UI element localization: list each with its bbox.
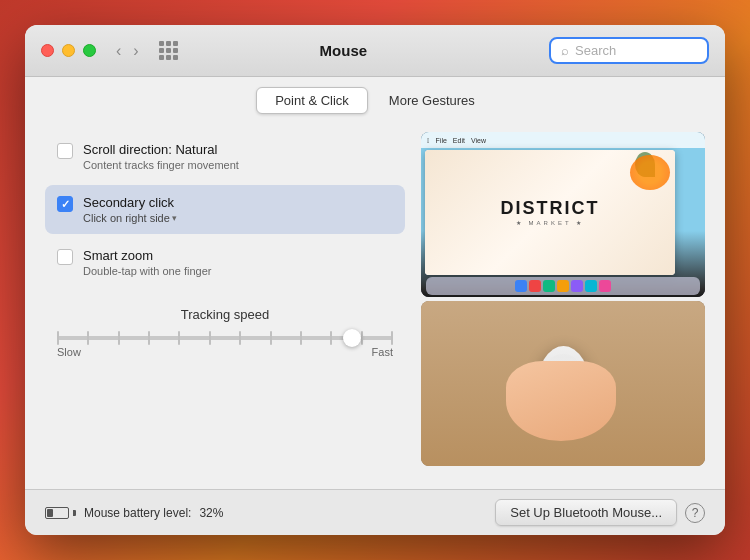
battery-fill <box>47 509 53 517</box>
right-panel:  File Edit View <box>421 132 705 479</box>
back-button[interactable]: ‹ <box>112 40 125 62</box>
battery-label: Mouse battery level: <box>84 506 191 520</box>
slider-tick <box>300 331 302 345</box>
tab-point-click[interactable]: Point & Click <box>256 87 368 114</box>
preview-mac-screenshot:  File Edit View <box>421 132 705 297</box>
slider-tick <box>361 331 363 345</box>
slider-fast-label: Fast <box>372 346 393 358</box>
preview-mouse-photo <box>421 301 705 466</box>
district-title: DISTRICT <box>501 199 600 219</box>
setup-bluetooth-button[interactable]: Set Up Bluetooth Mouse... <box>495 499 677 526</box>
tab-bar: Point & Click More Gestures <box>25 77 725 122</box>
slider-tick <box>330 331 332 345</box>
dock-icon-app3 <box>557 280 569 292</box>
smart-zoom-title: Smart zoom <box>83 248 211 263</box>
mouse-body <box>536 346 591 421</box>
chevron-down-icon: ▾ <box>172 213 177 223</box>
smart-zoom-checkbox[interactable] <box>57 249 73 265</box>
hand <box>506 361 616 441</box>
dock-icon-app2 <box>543 280 555 292</box>
slider-tick <box>87 331 89 345</box>
maximize-button[interactable] <box>83 44 96 57</box>
slider-tick <box>178 331 180 345</box>
help-button[interactable]: ? <box>685 503 705 523</box>
scroll-direction-title: Scroll direction: Natural <box>83 142 239 157</box>
close-button[interactable] <box>41 44 54 57</box>
tab-more-gestures[interactable]: More Gestures <box>370 87 494 114</box>
smart-zoom-subtitle: Double-tap with one finger <box>83 265 211 277</box>
tracking-section: Tracking speed <box>45 307 405 358</box>
scroll-direction-checkbox[interactable] <box>57 143 73 159</box>
slider-tick <box>239 331 241 345</box>
content-area: Scroll direction: Natural Content tracks… <box>25 122 725 489</box>
tracking-label: Tracking speed <box>57 307 393 322</box>
dock-icon-app <box>529 280 541 292</box>
scroll-direction-item: Scroll direction: Natural Content tracks… <box>45 132 405 181</box>
titlebar: ‹ › Mouse ⌕ <box>25 25 725 77</box>
slider-tick <box>57 331 59 345</box>
slider-tick <box>391 331 393 345</box>
scroll-direction-text: Scroll direction: Natural Content tracks… <box>83 142 239 171</box>
slider-tick <box>148 331 150 345</box>
tracking-slider-thumb[interactable] <box>343 329 361 347</box>
dock-icon-app5 <box>585 280 597 292</box>
scroll-direction-subtitle: Content tracks finger movement <box>83 159 239 171</box>
dock-icon-app4 <box>571 280 583 292</box>
battery-tip <box>73 510 76 516</box>
traffic-lights <box>41 44 96 57</box>
smart-zoom-text: Smart zoom Double-tap with one finger <box>83 248 211 277</box>
minimize-button[interactable] <box>62 44 75 57</box>
district-bg: DISTRICT ★ MARKET ★ <box>425 150 675 275</box>
tracking-slider-track <box>57 336 393 340</box>
slider-labels: Slow Fast <box>57 346 393 358</box>
slider-tick <box>209 331 211 345</box>
search-icon: ⌕ <box>561 43 569 58</box>
secondary-click-item: Secondary click Click on right side ▾ <box>45 185 405 234</box>
battery-percent: 32% <box>199 506 223 520</box>
secondary-click-subtitle[interactable]: Click on right side ▾ <box>83 212 177 224</box>
mac-menubar:  File Edit View <box>421 132 705 148</box>
district-subtitle: ★ MARKET ★ <box>501 219 600 226</box>
mac-inner-window: DISTRICT ★ MARKET ★ <box>425 150 675 275</box>
slider-slow-label: Slow <box>57 346 81 358</box>
tracking-slider-container <box>57 336 393 340</box>
search-box[interactable]: ⌕ <box>549 37 709 64</box>
dock-icon-finder <box>515 280 527 292</box>
search-input[interactable] <box>575 43 697 58</box>
nav-buttons: ‹ › <box>112 40 143 62</box>
battery-icon <box>45 507 76 519</box>
slider-tick <box>118 331 120 345</box>
battery-body <box>45 507 69 519</box>
dock-icon-app6 <box>599 280 611 292</box>
forward-button[interactable]: › <box>129 40 142 62</box>
slider-tick <box>270 331 272 345</box>
left-panel: Scroll direction: Natural Content tracks… <box>45 132 405 479</box>
smart-zoom-item: Smart zoom Double-tap with one finger <box>45 238 405 287</box>
main-window: ‹ › Mouse ⌕ Point & Click More Gestures <box>25 25 725 535</box>
mac-dock <box>426 277 700 295</box>
mac-screenshot-content:  File Edit View <box>421 132 705 297</box>
secondary-click-text: Secondary click Click on right side ▾ <box>83 195 177 224</box>
mouse-scene <box>421 301 705 466</box>
footer: Mouse battery level: 32% Set Up Bluetoot… <box>25 489 725 535</box>
orange-decoration <box>630 155 670 190</box>
window-title: Mouse <box>146 42 541 59</box>
secondary-click-checkbox[interactable] <box>57 196 73 212</box>
secondary-click-title: Secondary click <box>83 195 177 210</box>
